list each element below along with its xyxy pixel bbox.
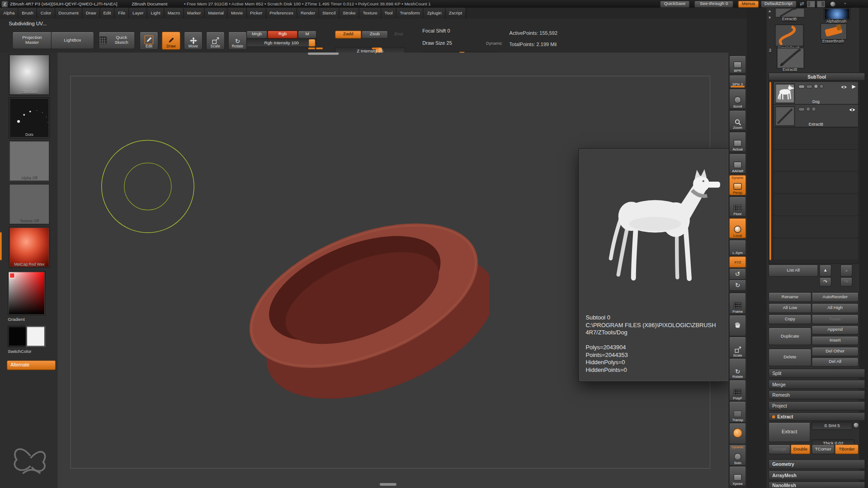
accept-button[interactable]: Accept <box>769 444 791 454</box>
menu-layer[interactable]: Layer <box>129 8 147 18</box>
color-picker[interactable] <box>8 271 45 315</box>
menu-document[interactable]: Document <box>55 8 83 18</box>
subtool-dog-toggle1[interactable] <box>798 84 805 89</box>
autoreorder-button[interactable]: AutoReorder <box>811 292 859 302</box>
subtool-empty-slot[interactable] <box>774 216 859 238</box>
s-smt-slider[interactable]: S Smt 5 <box>811 422 853 430</box>
quicksave-button[interactable]: QuickSave <box>660 0 690 8</box>
menu-light[interactable]: Light <box>147 8 164 18</box>
subtool-row-extractb[interactable]: ExtractB <box>774 104 859 127</box>
matcap-red-wax-thumb[interactable]: MatCap Red Wax <box>9 227 50 268</box>
subtool-redo-button[interactable]: ↷ <box>819 277 831 286</box>
panel-scroll-down-icon[interactable]: ▼ <box>768 15 771 19</box>
split-section[interactable]: Split <box>769 369 865 378</box>
alternate-button[interactable]: Alternate <box>7 360 56 370</box>
menu-marker[interactable]: Marker <box>184 8 204 18</box>
default-zscript-button[interactable]: DefaultZScript <box>760 0 796 8</box>
floor-button[interactable]: Floor <box>729 197 746 217</box>
material-sphere-icon[interactable] <box>830 1 835 6</box>
double-button[interactable]: Double <box>791 444 811 454</box>
see-through-button[interactable]: See-through 0 <box>694 0 734 8</box>
recent-brush-simplebrush[interactable] <box>775 24 804 47</box>
copy-button[interactable]: Copy <box>769 314 812 324</box>
menu-stencil[interactable]: Stencil <box>319 8 340 18</box>
aahalf-button[interactable]: AAHalf <box>729 153 746 174</box>
edit-mode-button[interactable]: Edit <box>140 32 159 50</box>
menu-texture[interactable]: Texture <box>359 8 381 18</box>
layout-grid-icon[interactable] <box>807 1 815 7</box>
list-all-button[interactable]: List All <box>769 264 818 277</box>
transp-button[interactable]: Transp <box>729 401 746 423</box>
move-hand-button[interactable] <box>729 315 746 337</box>
subtool-extractb-toggle2[interactable] <box>806 107 811 111</box>
xyz-button[interactable]: XYZ <box>729 256 746 268</box>
menu-brush[interactable]: Brush <box>19 8 38 18</box>
menu-alpha[interactable]: Alpha <box>0 8 19 18</box>
rotate-cw-icon-button[interactable]: ↻ <box>729 279 746 291</box>
ghost-button[interactable] <box>729 423 746 445</box>
menu-render[interactable]: Render <box>297 8 319 18</box>
current-brush-extractb[interactable] <box>777 47 804 69</box>
frame-button[interactable]: Frame <box>729 293 746 314</box>
all-low-button[interactable]: All Low <box>769 303 812 313</box>
all-high-button[interactable]: All High <box>811 303 859 313</box>
menu-edit[interactable]: Edit <box>100 8 115 18</box>
subtool-extractb-eye-icon[interactable] <box>849 108 855 112</box>
quick-sketch-button[interactable]: Quick Sketch <box>99 32 135 49</box>
local-button[interactable]: Local <box>729 218 746 238</box>
menus-button[interactable]: Menus <box>738 0 759 8</box>
zsub-button[interactable]: Zsub <box>362 30 388 38</box>
lightbox-button[interactable]: LightBox <box>51 32 94 49</box>
rotate-strip-button[interactable]: ↻ Rotate <box>729 358 746 380</box>
menu-draw[interactable]: Draw <box>82 8 100 18</box>
subtool-extractb-toggle1[interactable] <box>798 107 805 111</box>
zoom-button[interactable]: Zoom <box>729 110 746 131</box>
menu-stroke[interactable]: Stroke <box>340 8 359 18</box>
del-all-button[interactable]: Del All <box>811 357 859 367</box>
rotate-ccw-icon-button[interactable]: ↺ <box>729 268 746 280</box>
zcut-button[interactable]: Zcut <box>389 30 408 38</box>
subtool-dog-eye-icon[interactable] <box>841 85 847 89</box>
menu-zplugin[interactable]: Zplugin <box>424 8 445 18</box>
del-other-button[interactable]: Del Other <box>811 347 859 357</box>
m-button[interactable]: M <box>298 30 317 38</box>
scroll-button[interactable]: Scroll <box>729 89 746 109</box>
swap-layout-icon[interactable]: ⇄ <box>800 1 804 6</box>
xpose-button[interactable]: Xpose <box>729 466 746 486</box>
delete-button[interactable]: Delete <box>769 348 812 366</box>
recent-brush-eraserbrush[interactable] <box>821 23 847 40</box>
nanomesh-section[interactable]: NanoMesh <box>769 481 865 488</box>
tcorner-button[interactable]: TCorner <box>811 444 835 454</box>
persp-button[interactable]: Dynamic Persp <box>729 175 746 195</box>
subtool-dog-toggle4[interactable] <box>819 84 824 89</box>
subtool-dog-toggle3[interactable] <box>814 84 818 89</box>
menu-picker[interactable]: Picker <box>247 8 266 18</box>
menu-tool[interactable]: Tool <box>381 8 396 18</box>
menu-movie[interactable]: Movie <box>228 8 247 18</box>
remesh-section[interactable]: Remesh <box>769 390 865 399</box>
tborder-button[interactable]: TBorder <box>835 444 859 454</box>
rotate-mode-button[interactable]: ↻ Rotate <box>228 32 247 50</box>
canvas-h-scrollbar[interactable] <box>308 52 339 55</box>
switchcolor-label[interactable]: SwitchColor <box>8 349 31 354</box>
rgb-intensity-handle[interactable] <box>309 39 315 47</box>
texture-off-thumb[interactable]: Texture Off <box>9 184 50 225</box>
dynamic-label[interactable]: Dynamic <box>486 41 502 46</box>
rgb-intensity-slider[interactable]: Rgb Intensity 100 <box>246 39 317 47</box>
alpha-off-thumb[interactable]: Alpha Off <box>9 141 50 182</box>
subtool-up-disabled-button[interactable]: ▲ <box>840 264 853 277</box>
subtool-extractb-toggle3[interactable] <box>811 107 816 111</box>
main-color-swatch[interactable] <box>8 326 27 347</box>
gradient-label[interactable]: Gradient <box>8 317 25 322</box>
rename-button[interactable]: Rename <box>769 292 812 302</box>
menu-color[interactable]: Color <box>38 8 55 18</box>
subtool-empty-slot[interactable] <box>774 194 859 216</box>
spix-value-bar[interactable] <box>731 86 745 88</box>
append-button[interactable]: Append <box>811 325 859 335</box>
subtool-row-dog[interactable]: ▶ Dog <box>774 81 859 104</box>
menu-material[interactable]: Material <box>205 8 228 18</box>
project-section[interactable]: Project <box>769 401 865 411</box>
draw-mode-button[interactable]: Draw <box>162 32 181 50</box>
layout-grid2-icon[interactable] <box>817 1 825 7</box>
collar-3d-model[interactable] <box>240 195 489 417</box>
